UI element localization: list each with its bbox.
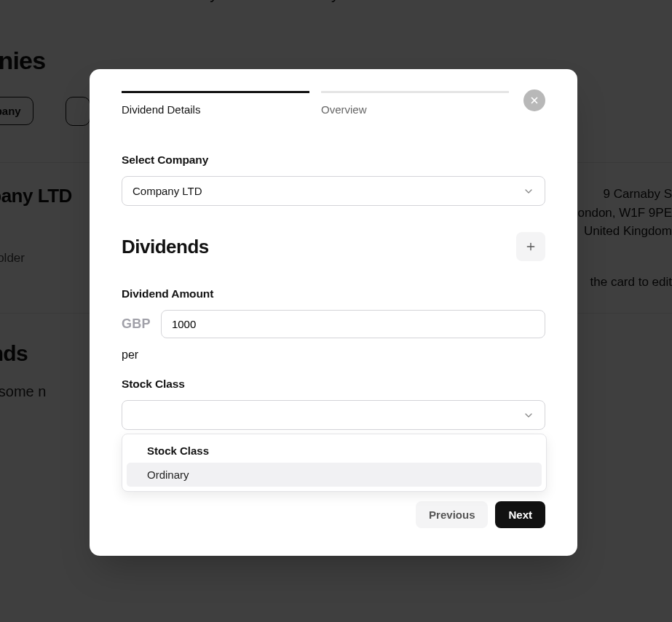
next-button[interactable]: Next [495, 501, 545, 528]
currency-label: GBP [122, 316, 151, 332]
dividend-amount-label: Dividend Amount [122, 287, 545, 300]
add-dividend-button[interactable] [516, 232, 545, 261]
select-company-value: Company LTD [133, 185, 202, 197]
dividends-section-title: Dividends [122, 236, 209, 258]
step-bar [122, 91, 309, 93]
step-overview[interactable]: Overview [321, 91, 509, 116]
select-company-dropdown[interactable]: Company LTD [122, 176, 545, 206]
step-dividend-details[interactable]: Dividend Details [122, 91, 309, 116]
chevron-down-icon [523, 186, 534, 197]
close-button[interactable] [523, 89, 545, 111]
step-label: Dividend Details [122, 103, 309, 116]
dropdown-option-ordinary[interactable]: Ordinary [127, 463, 542, 487]
dividend-amount-input[interactable] [161, 310, 545, 338]
stock-class-dropdown[interactable] [122, 400, 545, 430]
stepper: Dividend Details Overview [122, 91, 509, 116]
chevron-down-icon [523, 410, 534, 421]
select-company-label: Select Company [122, 153, 545, 167]
dividend-modal: Dividend Details Overview Select Company… [90, 69, 577, 556]
step-label: Overview [321, 103, 509, 116]
step-bar [321, 91, 509, 93]
stock-class-dropdown-panel: Stock Class Ordinary [122, 434, 547, 492]
per-label: per [122, 348, 545, 362]
dropdown-header: Stock Class [127, 439, 542, 463]
stock-class-label: Stock Class [122, 378, 545, 391]
previous-button[interactable]: Previous [416, 501, 488, 528]
plus-icon [525, 241, 537, 252]
close-icon [529, 95, 539, 105]
